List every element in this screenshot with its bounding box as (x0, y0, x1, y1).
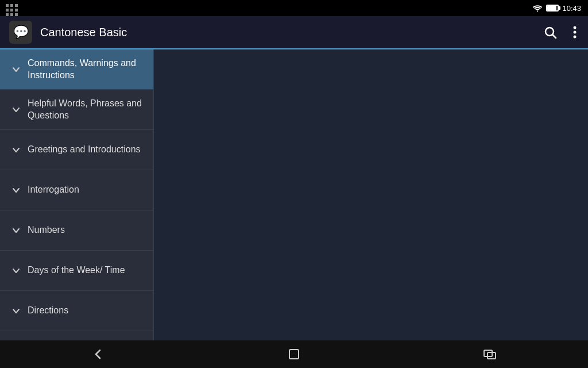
back-arrow-icon (91, 347, 105, 361)
chevron-down-icon (9, 63, 23, 76)
battery-icon (546, 5, 559, 12)
app-title: Cantonese Basic (40, 26, 541, 39)
more-options-button[interactable] (571, 23, 579, 41)
sidebar-item-numbers[interactable]: Numbers (0, 210, 153, 251)
status-bar: 10:43 (0, 0, 588, 16)
chevron-down-icon (9, 183, 23, 197)
chevron-down-icon (9, 143, 23, 157)
sidebar-item-label-greetings: Greetings and Introductions (28, 144, 141, 156)
svg-rect-6 (289, 350, 299, 359)
sidebar-item-interrogation[interactable]: Interrogation (0, 170, 153, 210)
sidebar-item-label-directions: Directions (28, 305, 68, 317)
sidebar-item-label-numbers: Numbers (28, 224, 65, 236)
svg-point-4 (574, 31, 577, 34)
search-icon (543, 25, 557, 39)
sidebar-item-label-days: Days of the Week/ Time (28, 264, 125, 277)
sidebar-item-commands[interactable]: Commands, Warnings and Instructions (0, 49, 153, 90)
wifi-icon (532, 4, 543, 12)
svg-point-0 (537, 10, 538, 12)
sidebar-item-helpful[interactable]: Helpful Words, Phrases and Questions (0, 90, 153, 130)
recent-apps-button[interactable] (473, 340, 507, 368)
sidebar-item-directions[interactable]: Directions (0, 291, 153, 331)
sidebar-item-label-helpful: Helpful Words, Phrases and Questions (28, 98, 144, 122)
chevron-down-icon (9, 304, 23, 318)
chevron-down-icon (9, 103, 23, 117)
sidebar-item-label-interrogation: Interrogation (28, 184, 79, 196)
home-icon (287, 347, 301, 361)
content-area (154, 49, 588, 340)
recent-apps-icon (483, 347, 497, 361)
search-button[interactable] (541, 23, 559, 41)
main-content: Commands, Warnings and Instructions Help… (0, 49, 588, 340)
home-button[interactable] (277, 340, 311, 368)
svg-point-3 (574, 26, 577, 29)
status-icons: 10:43 (532, 4, 581, 13)
sidebar-item-days[interactable]: Days of the Week/ Time (0, 251, 153, 291)
app-bar-actions (541, 23, 579, 41)
grid-icon (6, 4, 18, 17)
chat-bubbles-icon: 💬 (13, 25, 29, 40)
chevron-down-icon (9, 224, 23, 237)
nav-bar (0, 340, 588, 368)
back-button[interactable] (81, 340, 115, 368)
more-vertical-icon (573, 25, 577, 39)
svg-point-5 (574, 36, 577, 39)
sidebar-item-label-commands: Commands, Warnings and Instructions (28, 57, 144, 82)
svg-line-2 (553, 35, 556, 39)
status-time: 10:43 (562, 4, 581, 13)
chevron-down-icon (9, 264, 23, 278)
sidebar-item-greetings[interactable]: Greetings and Introductions (0, 130, 153, 170)
app-logo: 💬 (9, 21, 32, 44)
sidebar: Commands, Warnings and Instructions Help… (0, 49, 154, 340)
app-bar: 💬 Cantonese Basic (0, 16, 588, 49)
